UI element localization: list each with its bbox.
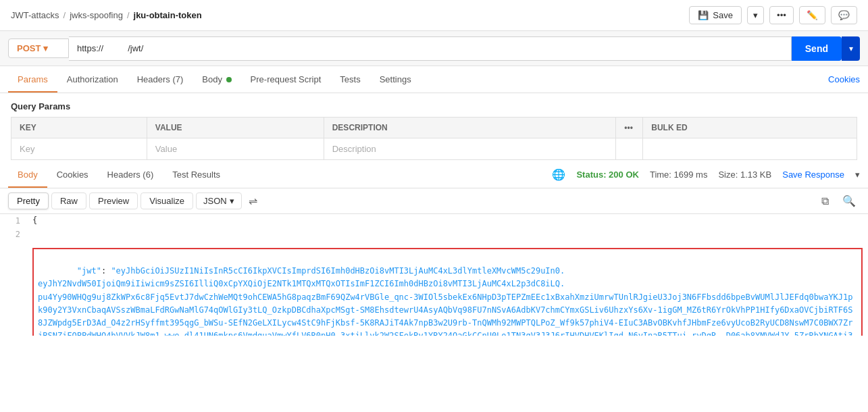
jwt-value: "eyJhbGciOiJSUzI1NiIsInR5cCI6IkpXVCIsImp… [38,266,853,336]
more-options-button[interactable]: ••• [769,6,794,24]
line-content-2: "jwt": "eyJhbGciOiJSUzI1NiIsInR5cCI6IkpX… [27,228,868,336]
cookies-link[interactable]: Cookies [828,68,860,91]
visualize-button[interactable]: Visualize [141,192,193,209]
preview-button[interactable]: Preview [89,192,138,209]
request-tabs-row: Params Authorization Headers (7) Body Pr… [0,66,868,93]
tab-headers[interactable]: Headers (7) [128,68,193,93]
code-line-1: 1 { [0,214,868,228]
globe-icon: 🌐 [552,168,565,181]
method-label: POST [17,43,41,53]
raw-button[interactable]: Raw [51,192,86,209]
breadcrumb-sep2: / [127,10,130,20]
save-response-chevron[interactable]: ▾ [855,170,860,180]
format-label: JSON [203,196,227,206]
line-content-1: { [27,214,868,228]
format-bar: Pretty Raw Preview Visualize JSON ▾ ⇌ ⧉ … [0,188,868,214]
copy-button[interactable]: ⧉ [817,193,833,209]
line-number-1: 1 [0,214,27,228]
send-group: Send ▾ [792,36,860,61]
resp-tab-test-results[interactable]: Test Results [163,163,230,188]
breadcrumb-part1[interactable]: JWT-attacks [11,10,59,20]
query-params-title: Query Params [11,101,857,111]
save-response-link[interactable]: Save Response [782,170,844,180]
url-bar: POST ▾ Send ▾ [0,31,868,66]
tab-body[interactable]: Body [193,68,240,93]
format-dropdown[interactable]: JSON ▾ [196,192,242,209]
size-text: Size: 1.13 KB [718,170,771,180]
save-button[interactable]: 💾 Save [689,6,742,24]
pretty-button[interactable]: Pretty [8,192,49,209]
resp-tab-body[interactable]: Body [8,163,47,188]
table-row: Key Value Description [11,138,857,160]
response-status: 🌐 Status: 200 OK Time: 1699 ms Size: 1.1… [552,168,860,181]
resp-tab-headers[interactable]: Headers (6) [98,163,163,188]
tab-prerequest[interactable]: Pre-request Script [241,68,331,93]
col-bulk-header[interactable]: Bulk Ed [643,118,857,138]
code-line-2: 2 "jwt": "eyJhbGciOiJSUzI1NiIsInR5cCI6Ik… [0,228,868,336]
body-dot [226,77,232,82]
format-left: Pretty Raw Preview Visualize JSON ▾ ⇌ [8,192,261,209]
wrap-button[interactable]: ⇌ [245,193,261,209]
value-cell[interactable]: Value [147,138,324,160]
params-table: KEY VALUE DESCRIPTION ••• Bulk Ed Key Va… [11,117,857,160]
code-area: 1 { 2 "jwt": "eyJhbGciOiJSUzI1NiIsInR5cC… [0,214,868,336]
breadcrumb-part2[interactable]: jwks-spoofing [70,10,123,20]
send-button[interactable]: Send [792,36,842,61]
bulk-cell [643,138,857,160]
url-input[interactable] [69,36,792,61]
response-tabs: Body Cookies Headers (6) Test Results [8,163,230,187]
send-dropdown-button[interactable]: ▾ [842,36,860,61]
line-number-2: 2 [0,228,27,336]
breadcrumb: JWT-attacks / jwks-spoofing / jku-obtain… [11,10,202,20]
key-cell[interactable]: Key [11,138,147,160]
save-dropdown-button[interactable]: ▾ [747,6,764,24]
action-cell [616,138,643,160]
comment-icon-button[interactable]: 💬 [831,6,857,24]
save-icon: 💾 [698,10,709,20]
method-chevron: ▾ [43,43,48,53]
response-bar: Body Cookies Headers (6) Test Results 🌐 … [0,161,868,188]
format-right: ⧉ 🔍 [817,193,860,209]
tab-params[interactable]: Params [8,68,57,93]
status-text: Status: 200 OK [576,170,638,180]
jwt-key: "jwt" [77,266,101,276]
col-actions-header: ••• [616,118,643,138]
col-desc-header: DESCRIPTION [324,118,616,138]
search-button[interactable]: 🔍 [838,193,860,209]
top-bar-actions: 💾 Save ▾ ••• ✏️ 💬 [689,6,857,24]
tab-tests[interactable]: Tests [330,68,369,93]
tab-settings[interactable]: Settings [370,68,421,93]
col-value-header: VALUE [147,118,324,138]
save-label: Save [713,10,733,20]
desc-cell[interactable]: Description [324,138,616,160]
request-tabs: Params Authorization Headers (7) Body Pr… [8,68,421,92]
breadcrumb-part3: jku-obtain-token [134,10,202,20]
tab-authorization[interactable]: Authorization [57,68,128,93]
col-key-header: KEY [11,118,147,138]
jwt-highlighted-value: "jwt": "eyJhbGciOiJSUzI1NiIsInR5cCI6IkpX… [32,248,863,336]
top-bar: JWT-attacks / jwks-spoofing / jku-obtain… [0,0,868,31]
method-selector[interactable]: POST ▾ [8,38,69,58]
breadcrumb-sep1: / [63,10,66,20]
query-params-section: Query Params KEY VALUE DESCRIPTION ••• B… [0,93,868,160]
edit-icon-button[interactable]: ✏️ [799,6,825,24]
time-text: Time: 1699 ms [650,170,708,180]
format-chevron: ▾ [230,196,234,206]
resp-tab-cookies[interactable]: Cookies [47,163,98,188]
